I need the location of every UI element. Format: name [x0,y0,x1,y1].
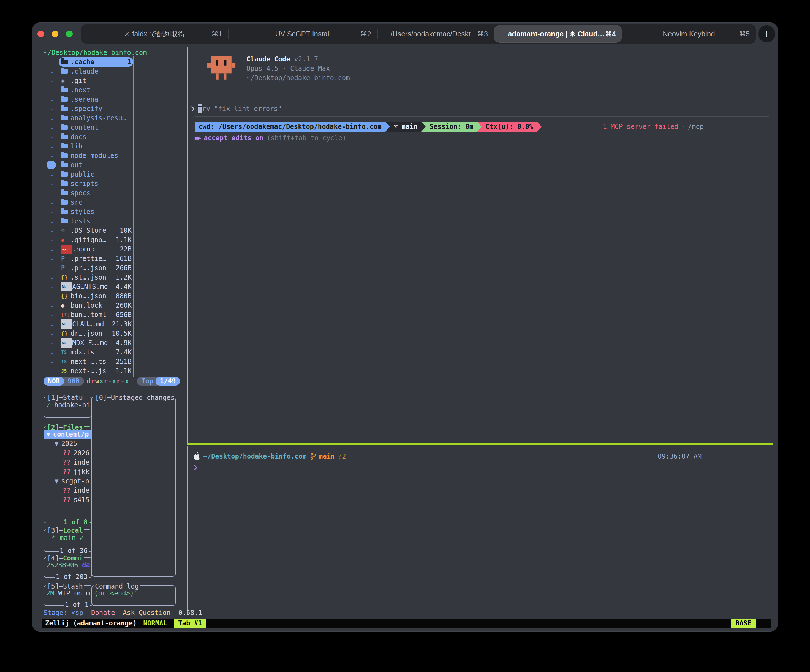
claude-input-line[interactable]: Try "fix lint errors" [190,104,282,113]
file-row[interactable]: …styles [44,207,133,216]
file-row[interactable]: ….cache1 [44,57,133,67]
claude-statusline: cwd: /Users/oodakemac/Desktop/hodake-bin… [195,122,542,132]
tab-shortcut: ⌘2 [360,30,371,38]
expanded-arrow-icon: ▼ [54,476,58,486]
file-row[interactable]: …TSmdx.ts7.4K [44,348,133,357]
file-row[interactable]: …tests [44,216,133,226]
tab-3[interactable]: /Users/oodakemac/Desktop/hodak…⌘3 [378,24,494,44]
file-row[interactable]: …JSnext-….js1.1K [44,366,133,376]
file-row[interactable]: …P.prettie…161B [44,254,133,263]
gitui-commits-panel[interactable]: [4]─Commi 25238906 da 1 of 203 [44,557,92,578]
file-name: scripts [71,179,98,188]
file-name: .claude [71,67,98,76]
file-row[interactable]: ….serena [44,95,133,104]
git-file-label: jjkk [74,467,89,476]
yazi-column-divider [133,56,134,377]
claude-header: Claude Code v2.1.7 Opus 4.5 · Claude Max… [246,54,350,83]
js-icon: JS [61,366,71,376]
file-row[interactable]: …M↓CLAU….md21.3K [44,319,133,329]
git-file-row[interactable]: ??2026 [44,448,91,458]
tab-shortcut: ⌘4 [605,30,616,38]
file-row[interactable]: …P.pr….json266B [44,263,133,273]
git-file-row[interactable]: ??inde [44,458,91,467]
file-row[interactable]: …scripts [44,179,133,188]
new-tab-button[interactable]: + [758,25,775,42]
file-row[interactable]: …{}.st….json1.2K [44,273,133,282]
pane-border-horizontal [42,388,187,388]
file-row[interactable]: …M↓MDX-F….md4.9K [44,338,133,348]
file-row[interactable]: …{}bio….json880B [44,291,133,301]
input-hint-text: ry "fix lint errors" [202,104,282,113]
file-row[interactable]: ….next [44,85,133,95]
statusline-branch-segment: ⌥ main [390,122,422,132]
git-file-row[interactable]: ??inde [44,486,91,495]
file-row[interactable]: …src [44,198,133,207]
gitui-stash-panel[interactable]: [5]─Stash 2M WIP on m 1 of 1 [44,585,93,606]
file-row[interactable]: …{}dr….json10.5K [44,329,133,338]
ts-icon: TS [61,348,71,357]
file-row[interactable]: …docs [44,132,133,142]
file-row[interactable]: …[T]bun….toml656B [44,310,133,319]
shell-input-line[interactable] [193,463,201,472]
file-size: 260K [113,301,132,310]
mcp-command-link[interactable]: /mcp [688,122,704,132]
gutter-ellipsis: … [49,340,53,345]
file-row[interactable]: …M↓AGENTS.md4.4K [44,282,133,291]
file-name: .cache [71,57,94,67]
zellij-tab-badge[interactable]: Tab #1 [174,618,206,628]
git-file-row[interactable]: ▼content/p [44,430,91,439]
file-row[interactable]: …out [44,160,133,170]
folder-icon [61,69,71,74]
file-size: 1.1K [113,366,132,376]
accept-edits-line[interactable]: ▶▶ accept edits on (shift+tab to cycle) [195,133,346,143]
mcp-status: 1 MCP server failed · /mcp [603,122,704,132]
tab-2[interactable]: UV ScGPT Install⌘2 [229,24,377,44]
git-file-row[interactable]: ▼scgpt-p [44,476,91,486]
powerline-arrow [385,122,390,132]
git-file-row[interactable]: ??jjkk [44,467,91,476]
prompt-chevron-icon [192,465,197,470]
file-row[interactable]: ….specify [44,104,133,113]
file-row[interactable]: …specs [44,188,133,198]
file-row[interactable]: ….claude [44,67,133,76]
git-file-row[interactable]: ??s415 [44,495,91,505]
file-name: bun….toml [71,310,106,319]
expanded-arrow-icon: ▼ [54,439,58,448]
claude-code-logo-icon [207,56,236,83]
file-row[interactable]: …◆.gitigno…1.1K [44,235,133,245]
file-row[interactable]: …●bun.lock260K [44,301,133,310]
tab-5[interactable]: Neovim Keybind⌘5 [622,24,756,44]
zellij-session-name: Zellij (adamant-orange) [45,618,137,628]
file-row[interactable]: …public [44,170,133,179]
gitui-status-panel[interactable]: [1]─Statu ✓ hodake-bi [44,397,92,417]
gitui-local-branches-panel[interactable]: [3]─Local * main ✓ 1 of 36 [44,529,92,552]
gutter-ellipsis: … [49,153,53,158]
gitui-unstaged-panel[interactable]: [0]─Unstaged changes [91,397,176,577]
file-name: tests [71,216,90,226]
minimize-window-button[interactable] [52,30,58,37]
tab-1[interactable]: ✳ faidx で配列取得⌘1 [81,24,228,44]
file-row[interactable]: …node_modules [44,151,133,160]
file-row[interactable]: …lib [44,142,133,151]
git-file-row[interactable]: ▼2025 [44,439,91,448]
file-row[interactable]: …content [44,123,133,132]
file-row[interactable]: …TSnext-….ts251B [44,357,133,366]
file-row[interactable]: …npm.npmrc22B [44,245,133,254]
git-icon: ◆ [61,235,71,245]
folder-icon [61,200,71,204]
close-window-button[interactable] [37,30,44,37]
file-row[interactable]: …⚙.DS_Store10K [44,226,133,235]
gutter-ellipsis: … [49,294,53,299]
maximize-window-button[interactable] [66,30,73,37]
file-name: .next [71,85,90,95]
gitui-files-panel[interactable]: [2]─Files ▼content/p▼2025??2026??inde??j… [44,426,92,523]
ask-question-link[interactable]: Ask Question [123,609,170,616]
file-row[interactable]: …◈.git [44,76,133,85]
file-size: 1 [125,57,132,67]
folder-icon [61,172,71,177]
donate-link[interactable]: Donate [91,609,115,616]
file-row[interactable]: …analysis-resu… [44,113,133,123]
file-name: .st….json [71,273,106,282]
tab-4[interactable]: adamant-orange | ✳ Claude Code⌘4 [494,25,622,42]
gutter-ellipsis: … [49,265,53,270]
